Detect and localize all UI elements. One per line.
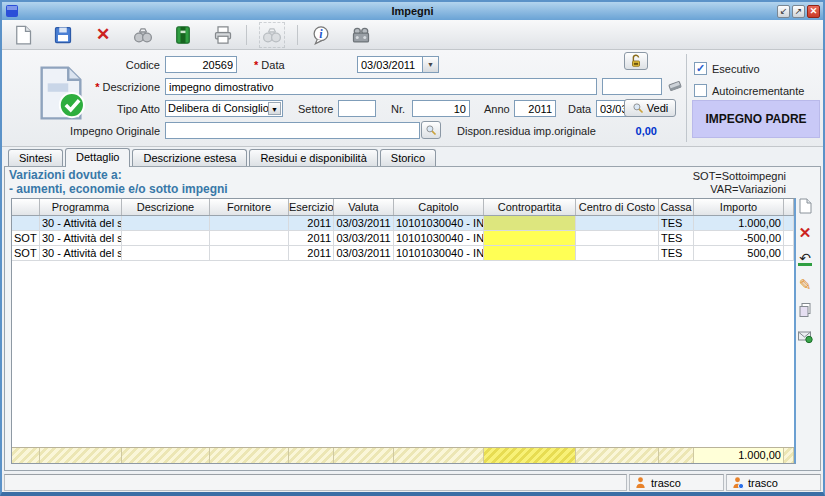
form-divider [686,54,687,142]
add-row-icon[interactable] [796,197,814,215]
contropartita-cell [484,216,576,230]
dettaglio-panel: Variazioni dovute a: - aumenti, economie… [4,166,821,471]
copy-row-icon[interactable] [796,301,814,319]
main-toolbar: ✕ i [2,20,823,50]
save-icon[interactable] [52,24,74,46]
tipo-atto-label: Tipo Atto [82,100,160,118]
send-icon[interactable] [796,327,814,345]
info-icon[interactable]: i [310,24,332,46]
vedi-button[interactable]: Vedi [624,99,676,117]
settore-label: Settore [298,100,333,118]
disponibilita-label: Dispon.residua imp.originale [457,122,596,140]
magnifier-icon [632,102,644,114]
status-message-cell [4,474,627,491]
delete-icon[interactable]: ✕ [92,24,114,46]
impegno-originale-label: Impegno Originale [62,122,160,140]
print-icon[interactable] [212,24,234,46]
maximize-button[interactable]: ↗ [792,5,805,18]
autoincrementante-label: Autoincrementante [712,82,804,100]
data-registrazione-field[interactable] [357,56,423,73]
tab-dettaglio[interactable]: Dettaglio [65,148,130,167]
col-esercizio[interactable]: Esercizio [289,199,334,215]
codice-label: Codice [82,56,160,74]
contropartita-cell [484,246,576,260]
col-descrizione[interactable]: Descrizione [122,199,210,215]
delete-row-icon[interactable]: ✕ [796,223,814,241]
search-secondary-icon[interactable] [259,22,285,48]
tab-bar: Sintesi Dettaglio Descrizione estesa Res… [2,147,823,166]
minimize-button[interactable]: ↙ [777,5,790,18]
eraser-icon[interactable] [667,77,683,95]
contropartita-cell [484,231,576,245]
status-user2-cell: trasco [726,474,821,491]
search-icon[interactable] [132,24,154,46]
data-registrazione-dropdown-icon[interactable]: ▼ [423,56,439,73]
row-actions-toolbar: ✕ ↶ ✎ [793,197,817,345]
col-importo[interactable]: Importo [694,199,784,215]
col-capitolo[interactable]: Capitolo [394,199,484,215]
window-title: Impegni [2,5,823,17]
esecutivo-checkbox[interactable]: ✓ [694,62,707,75]
col-programma[interactable]: Programma [40,199,122,215]
status-user1-cell: trasco [629,474,724,491]
col-valuta[interactable]: Valuta [334,199,394,215]
col-centro-di-costo[interactable]: Centro di Costo [576,199,659,215]
lock-button[interactable] [624,52,648,70]
tab-residui-disponibilita[interactable]: Residui e disponibilità [249,149,377,166]
disponibilita-value: 0,00 [602,122,657,140]
undo-icon[interactable]: ↶ [796,249,814,267]
status-bar: trasco trasco [2,473,823,492]
title-bar: Impegni ↙ ↗ ✕ [2,2,823,20]
col-contropartita[interactable]: Contropartita [484,199,576,215]
tipo-atto-dropdown-icon: ▼ [268,102,281,115]
descrizione-label: * Descrizione [62,78,160,96]
user-icon [634,476,647,489]
header-form: Codice * Data Registrazione ▼ * Descrizi… [2,50,823,147]
table-row[interactable]: SOT 30 - Attività del setto 2011 03/03/2… [12,246,794,261]
settore-field[interactable] [338,100,376,117]
tab-sintesi[interactable]: Sintesi [8,149,63,166]
magnifier-icon [425,124,437,136]
codice-field[interactable] [165,56,237,73]
esecutivo-label: Esecutivo [712,60,760,78]
data-label: Data [568,100,591,118]
anno-field[interactable] [514,100,556,117]
col-tipo[interactable] [12,199,40,215]
totals-row: 1.000,00 [12,447,794,463]
nr-label: Nr. [391,100,405,118]
edit-row-icon[interactable]: ✎ [796,275,814,293]
contropartita-total-cell [484,448,576,463]
user-online-icon [731,476,744,489]
tipo-atto-select[interactable]: Delibera di Consiglio▼ [165,100,283,117]
table-row[interactable]: 30 - Attività del setto 2011 03/03/2011 … [12,216,794,231]
table-header: Programma Descrizione Fornitore Esercizi… [12,199,794,216]
close-button[interactable]: ✕ [807,5,820,18]
tab-storico[interactable]: Storico [380,149,436,166]
col-fornitore[interactable]: Fornitore [210,199,289,215]
tab-descrizione-estesa[interactable]: Descrizione estesa [132,149,247,166]
col-cassa[interactable]: Cassa [659,199,694,215]
camera-icon[interactable] [350,24,372,46]
impegno-originale-field[interactable] [165,122,420,139]
data-registrazione-label: * Data Registrazione [254,56,354,74]
archive-icon[interactable] [172,24,194,46]
nr-field[interactable] [412,100,470,117]
descrizione-extra-field[interactable] [602,78,662,95]
impegno-originale-search-button[interactable] [421,121,441,139]
autoincrementante-checkbox[interactable] [694,84,707,97]
anno-label: Anno [484,100,510,118]
impegni-window: Impegni ↙ ↗ ✕ ✕ i Codice * Data Registra… [0,0,825,496]
table-row[interactable]: SOT 30 - Attività del setto 2011 03/03/2… [12,231,794,246]
impegno-padre-button[interactable]: IMPEGNO PADRE [692,100,820,138]
new-document-icon[interactable] [12,24,34,46]
importo-total: 1.000,00 [694,448,784,463]
toolbar-separator [246,25,247,45]
variazioni-table: Programma Descrizione Fornitore Esercizi… [11,198,796,464]
descrizione-field[interactable] [165,78,597,95]
legend: SOT=Sottoimpegni VAR=Variazioni [693,170,786,196]
toolbar-separator [297,25,298,45]
lock-icon [629,54,643,68]
variazioni-heading: Variazioni dovute a: - aumenti, economie… [9,168,228,196]
